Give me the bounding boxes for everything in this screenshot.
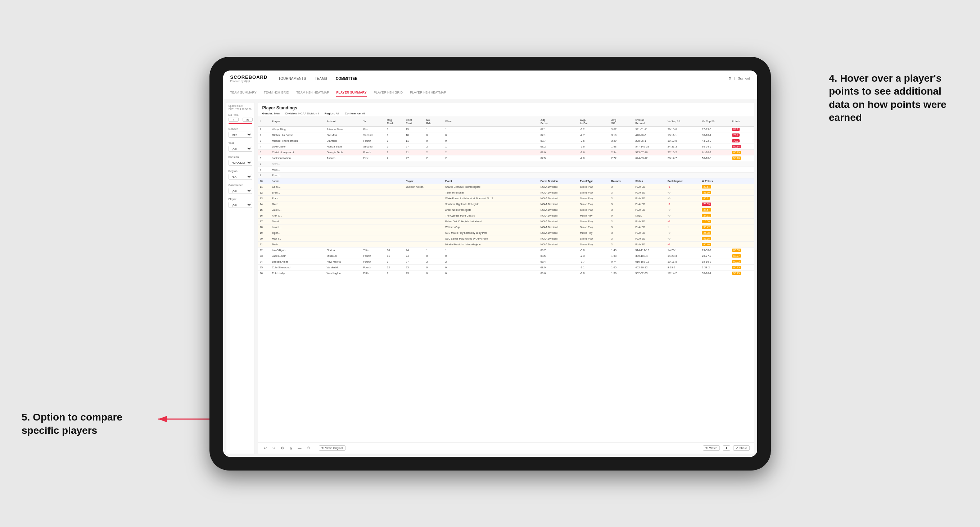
- view-original-button[interactable]: 👁 View: Original: [319, 445, 345, 451]
- points-badge-3[interactable]: 70.2: [732, 139, 740, 143]
- dash-icon[interactable]: —: [297, 445, 303, 451]
- sub-nav-player-summary[interactable]: PLAYER SUMMARY: [336, 89, 366, 97]
- filter-row: Gender: Men Division: NCAA Division I Re…: [262, 112, 750, 115]
- standings-header: Player Standings Gender: Men Division: N…: [258, 103, 754, 117]
- tooltip-data-row: 18 Luke I... Williams Cup NCAA Division …: [258, 224, 754, 230]
- points-badge-25[interactable]: 60.95: [732, 266, 741, 269]
- table-row-highlighted: 5 Christo Lamprecht Georgia Tech Fourth …: [258, 149, 754, 155]
- points-badge-6[interactable]: 58.18: [732, 157, 741, 160]
- nav-link-committee[interactable]: COMMITTEE: [336, 75, 357, 82]
- region-filter: Region: All: [324, 112, 339, 115]
- col-school: School: [325, 117, 361, 127]
- region-select[interactable]: N/A: [229, 174, 252, 180]
- region-section: Region N/A: [229, 170, 252, 180]
- points-badge-5[interactable]: 60.49: [732, 151, 741, 154]
- undo-icon[interactable]: ↩: [262, 445, 268, 451]
- logo-sub: Powered by clippi: [230, 80, 268, 83]
- col-conf-rank: ConfRank: [404, 117, 425, 127]
- table-row: 22 Ian Gilligan Florida Third 10 24 1 1: [258, 247, 754, 253]
- gender-select[interactable]: Men Women: [229, 132, 252, 138]
- logo-text: SCOREBOARD: [230, 75, 268, 80]
- watch-button[interactable]: 👁 Watch: [703, 445, 720, 451]
- copy-icon[interactable]: ⎘: [288, 445, 294, 451]
- nav-link-tournaments[interactable]: TOURNAMENTS: [278, 75, 306, 82]
- sub-nav-player-h2h-heatmap[interactable]: PLAYER H2H HEATMAP: [410, 89, 446, 97]
- tooltip-header-row: 10 Jacob... Player Event Event Division: [258, 178, 754, 184]
- division-select[interactable]: NCAA Division I: [229, 160, 252, 166]
- table-header-row: # Player School Yr RegRank ConfRank NoRd…: [258, 117, 754, 127]
- sub-nav-player-h2h-grid[interactable]: PLAYER H2H GRID: [374, 89, 403, 97]
- no-rds-max-input[interactable]: [243, 117, 253, 122]
- col-player: Player: [270, 117, 325, 127]
- table-row: 9 Prест...: [258, 172, 754, 178]
- col-yr: Yr: [361, 117, 385, 127]
- annotation-right: 4. Hover over a player's points to see a…: [829, 72, 958, 124]
- nav-right: ⚙ | Sign out: [729, 77, 750, 80]
- table-row: 26 Petr Hruby Washington Fifth 7 23 0 0: [258, 270, 754, 276]
- table-row: 7 Nichi...: [258, 161, 754, 167]
- table-row: 23 Jack Lundin Missouri Fourth 11 24 0 0: [258, 253, 754, 259]
- nav-link-teams[interactable]: TEAMS: [315, 75, 327, 82]
- col-points: Points: [730, 117, 754, 127]
- col-overall: OverallRecord: [633, 117, 666, 127]
- update-time-label: Update time:: [229, 105, 252, 107]
- download-button[interactable]: ⬇: [723, 445, 730, 451]
- no-rds-min-input[interactable]: [229, 117, 239, 122]
- sign-out-link[interactable]: Sign out: [738, 77, 750, 80]
- share-button[interactable]: ↗ Share: [733, 445, 749, 451]
- points-badge-2[interactable]: 76.2: [732, 133, 740, 137]
- points-badge-1[interactable]: 88.2: [732, 128, 740, 131]
- player-select[interactable]: (All): [229, 202, 252, 208]
- table-row: 1 Wenyi Ding Arizona State First 1 15 1 …: [258, 126, 754, 132]
- settings-icon[interactable]: ⚙: [729, 77, 731, 80]
- col-wins: Wins: [443, 117, 539, 127]
- tooltip-data-row: 20 Matt I... SEC Stroke Play hosted by J…: [258, 236, 754, 241]
- sub-nav-team-h2h-heatmap[interactable]: TEAM H2H HEATMAP: [296, 89, 329, 97]
- year-select[interactable]: (All): [229, 146, 252, 152]
- region-label: Region: [229, 170, 252, 173]
- update-time: 27/01/2024 16:56:26: [229, 108, 252, 110]
- gender-filter: Gender: Men: [262, 112, 280, 115]
- nav-links: TOURNAMENTS TEAMS COMMITTEE: [278, 75, 357, 82]
- gender-section: Gender Men Women: [229, 127, 252, 138]
- player-section: Player (All): [229, 197, 252, 208]
- sub-nav: TEAM SUMMARY TEAM H2H GRID TEAM H2H HEAT…: [223, 87, 757, 99]
- nav-bar: SCOREBOARD Powered by clippi TOURNAMENTS…: [223, 70, 757, 87]
- settings-icon[interactable]: ⚙: [280, 445, 285, 451]
- tablet-screen: SCOREBOARD Powered by clippi TOURNAMENTS…: [223, 70, 757, 457]
- col-to-par: Avg.to-Par: [578, 117, 610, 127]
- table-row: 2 Michael La Sasso Ole Miss Second 1 18 …: [258, 132, 754, 138]
- points-badge-4[interactable]: 66.34: [732, 145, 741, 148]
- tooltip-data-row: 21 Tesh... Mirabel Maui Jim Intercollegi…: [258, 241, 754, 247]
- division-filter: Division: NCAA Division I: [285, 112, 318, 115]
- table-row: 24 Bastien Amat New Mexico Fourth 1 27 2…: [258, 259, 754, 264]
- separator: |: [734, 77, 735, 80]
- standings-title: Player Standings: [262, 105, 750, 110]
- sub-nav-team-summary[interactable]: TEAM SUMMARY: [230, 89, 257, 97]
- points-badge-22[interactable]: 60.58: [732, 249, 741, 252]
- conference-label: Conference: [229, 183, 252, 187]
- sub-nav-team-h2h-grid[interactable]: TEAM H2H GRID: [264, 89, 290, 97]
- redo-icon[interactable]: ↪: [271, 445, 277, 451]
- division-label: Division: [229, 156, 252, 159]
- table-row: 8 Mats...: [258, 167, 754, 172]
- no-rds-slider[interactable]: [229, 123, 252, 124]
- conference-filter: Conference: All: [345, 112, 365, 115]
- conference-select[interactable]: (All): [229, 188, 252, 194]
- annotation-left: 5. Option to compare specific players: [22, 411, 137, 437]
- tablet-frame: SCOREBOARD Powered by clippi TOURNAMENTS…: [210, 57, 771, 470]
- player-label: Player: [229, 197, 252, 201]
- points-badge-26[interactable]: 58.49: [732, 271, 741, 275]
- col-vs25: Vs Top 25: [666, 117, 700, 127]
- division-section: Division NCAA Division I: [229, 156, 252, 166]
- tooltip-data-row: 13 Phch... Wake Forest Invitational at P…: [258, 195, 754, 201]
- year-section: Year (All): [229, 141, 252, 152]
- clock-icon[interactable]: ⏱: [305, 445, 311, 451]
- eye-icon: 👁: [321, 446, 324, 450]
- bottom-toolbar: ↩ ↪ ⚙ ⎘ — ⏱ 👁 View: Original: [258, 442, 754, 454]
- tooltip-data-row: 19 Tiger... SEC Match Play hosted by Jer…: [258, 230, 754, 236]
- tooltip-data-row: 14 Mare... Southern Highlands Collegiate…: [258, 201, 754, 207]
- main-panel: Player Standings Gender: Men Division: N…: [258, 102, 754, 454]
- points-badge-23[interactable]: 60.27: [732, 254, 741, 257]
- points-badge-24[interactable]: 60.02: [732, 260, 741, 264]
